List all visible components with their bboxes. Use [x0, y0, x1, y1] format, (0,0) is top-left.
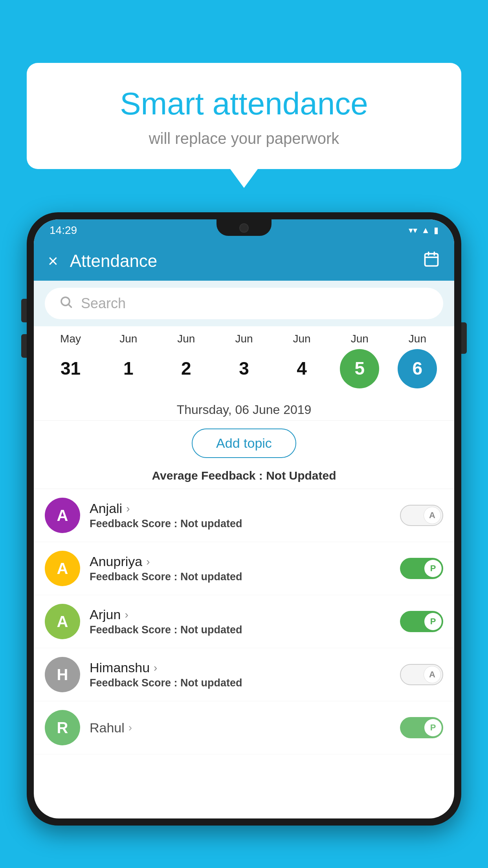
notch-camera [239, 223, 249, 233]
status-icons: ▾▾ ▲ ▮ [409, 225, 438, 235]
toggle-anupriya[interactable]: P [400, 558, 443, 579]
chevron-icon: › [126, 502, 130, 515]
speech-bubble-subtitle: will replace your paperwork [46, 130, 442, 147]
search-icon [59, 295, 73, 313]
month-1: Jun [103, 333, 154, 345]
month-0: May [45, 333, 96, 345]
svg-rect-0 [425, 254, 438, 266]
close-button[interactable]: × [48, 251, 58, 271]
student-item: A Anjali › Feedback Score : Not updated … [34, 489, 454, 542]
status-time: 14:29 [50, 224, 77, 237]
add-topic-button[interactable]: Add topic [192, 428, 296, 458]
feedback-summary: Average Feedback : Not Updated [34, 466, 454, 489]
phone-inner: 14:29 ▾▾ ▲ ▮ × Attendance [34, 219, 454, 818]
speech-bubble-title: Smart attendance [46, 86, 442, 121]
student-name-himanshu: Himanshu › [90, 660, 391, 675]
month-6: Jun [392, 333, 443, 345]
signal-icon: ▲ [421, 225, 430, 235]
date-3[interactable]: 3 [218, 358, 270, 379]
date-2[interactable]: 2 [161, 358, 212, 379]
feedback-label: Average Feedback : [152, 469, 262, 482]
avatar-anjali: A [45, 498, 80, 533]
speech-bubble: Smart attendance will replace your paper… [27, 63, 461, 169]
toggle-circle-arjun: P [424, 613, 442, 630]
date-31[interactable]: 31 [45, 358, 96, 379]
search-bar-container: Search [34, 281, 454, 326]
phone-outer: 14:29 ▾▾ ▲ ▮ × Attendance [27, 212, 461, 826]
month-4: Jun [276, 333, 327, 345]
chevron-icon: › [146, 555, 150, 568]
toggle-arjun[interactable]: P [400, 611, 443, 632]
month-5: Jun [334, 333, 385, 345]
calendar-row: May Jun Jun Jun Jun Jun Jun 31 1 2 3 4 5 [34, 326, 454, 396]
toggle-circle-anjali: A [424, 507, 441, 524]
toggle-circle-anupriya: P [424, 560, 442, 577]
chevron-icon: › [128, 721, 132, 734]
student-item: H Himanshu › Feedback Score : Not update… [34, 648, 454, 701]
date-4[interactable]: 4 [276, 358, 327, 379]
student-info-himanshu[interactable]: Himanshu › Feedback Score : Not updated [90, 660, 391, 689]
student-info-anupriya[interactable]: Anupriya › Feedback Score : Not updated [90, 554, 391, 583]
selected-date-label: Thursday, 06 June 2019 [34, 396, 454, 421]
student-name-anupriya: Anupriya › [90, 554, 391, 569]
search-bar[interactable]: Search [45, 288, 443, 319]
date-months: May Jun Jun Jun Jun Jun Jun [42, 333, 446, 345]
toggle-anjali[interactable]: A [400, 505, 443, 526]
search-placeholder: Search [81, 295, 126, 312]
student-feedback-anupriya: Feedback Score : Not updated [90, 571, 391, 583]
student-info-rahul[interactable]: Rahul › [90, 720, 391, 736]
student-info-anjali[interactable]: Anjali › Feedback Score : Not updated [90, 501, 391, 530]
date-5-today[interactable]: 5 [334, 349, 385, 388]
app-bar: × Attendance [34, 241, 454, 281]
student-list: A Anjali › Feedback Score : Not updated … [34, 489, 454, 754]
date-numbers: 31 1 2 3 4 5 6 [42, 349, 446, 388]
toggle-circle-himanshu: A [424, 666, 441, 683]
calendar-icon[interactable] [423, 251, 440, 272]
student-name-arjun: Arjun › [90, 607, 391, 622]
toggle-circle-rahul: P [424, 719, 442, 736]
phone-container: 14:29 ▾▾ ▲ ▮ × Attendance [27, 212, 461, 868]
chevron-icon: › [154, 662, 157, 674]
student-item: A Anupriya › Feedback Score : Not update… [34, 542, 454, 595]
avatar-rahul: R [45, 710, 80, 745]
student-feedback-himanshu: Feedback Score : Not updated [90, 677, 391, 689]
toggle-himanshu[interactable]: A [400, 664, 443, 685]
svg-line-5 [69, 304, 72, 307]
date-6-selected[interactable]: 6 [392, 349, 443, 388]
add-topic-container: Add topic [34, 421, 454, 466]
battery-icon: ▮ [434, 225, 438, 235]
student-name-rahul: Rahul › [90, 720, 391, 736]
month-2: Jun [161, 333, 212, 345]
toggle-rahul[interactable]: P [400, 717, 443, 738]
student-item: A Arjun › Feedback Score : Not updated P [34, 595, 454, 648]
student-info-arjun[interactable]: Arjun › Feedback Score : Not updated [90, 607, 391, 636]
date-1[interactable]: 1 [103, 358, 154, 379]
avatar-arjun: A [45, 604, 80, 639]
avatar-himanshu: H [45, 657, 80, 692]
month-3: Jun [218, 333, 270, 345]
feedback-value: Not Updated [266, 469, 336, 482]
chevron-icon: › [125, 609, 128, 621]
student-feedback-anjali: Feedback Score : Not updated [90, 518, 391, 530]
avatar-anupriya: A [45, 551, 80, 586]
app-bar-title: Attendance [70, 251, 411, 271]
student-item: R Rahul › P [34, 701, 454, 754]
phone-notch [216, 219, 272, 236]
speech-bubble-container: Smart attendance will replace your paper… [27, 63, 461, 169]
student-feedback-arjun: Feedback Score : Not updated [90, 624, 391, 636]
wifi-icon: ▾▾ [409, 225, 417, 235]
student-name-anjali: Anjali › [90, 501, 391, 516]
